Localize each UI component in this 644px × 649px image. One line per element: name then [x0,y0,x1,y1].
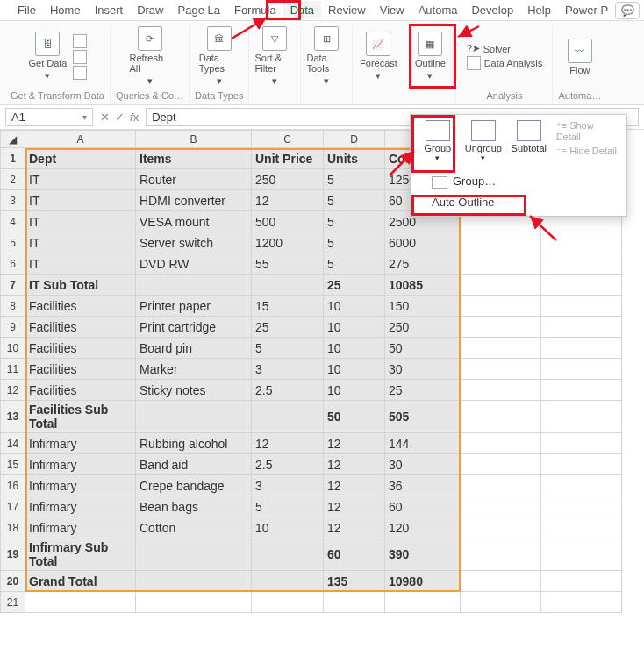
solver-button[interactable]: ?➤ Solver [467,43,543,54]
data-types-button[interactable]: 🏛Data Types▾ [199,26,240,87]
cell[interactable] [541,401,622,433]
cell[interactable] [461,338,541,359]
cell[interactable]: 12 [324,517,385,538]
cell[interactable]: Facilities [25,338,136,359]
cell[interactable]: 25 [385,380,461,401]
cell[interactable]: IT [25,232,136,253]
col-D[interactable]: D [324,131,385,148]
cell[interactable] [461,296,541,317]
tab-insert[interactable]: Insert [88,1,131,19]
cell[interactable]: 135 [324,571,385,592]
ungroup-button[interactable]: Ungroup▾ [465,120,502,162]
cell[interactable]: IT [25,211,136,232]
col-C[interactable]: C [252,131,324,148]
row-header[interactable]: 3 [1,190,25,211]
cell[interactable]: 50 [385,338,461,359]
cell[interactable]: DVD RW [136,253,252,275]
cell[interactable]: Facilities [25,317,136,338]
cell[interactable]: 390 [385,538,461,571]
cell[interactable]: 25 [324,275,385,296]
cell[interactable] [461,433,541,454]
cell[interactable]: 10 [324,338,385,359]
row-header[interactable]: 14 [1,433,25,454]
header-cell[interactable]: Items [136,148,252,169]
cell[interactable]: Rubbing alcohol [136,433,252,454]
row-header[interactable]: 15 [1,454,25,475]
cell[interactable]: Crepe bandage [136,475,252,496]
cell[interactable]: 5 [324,211,385,232]
cell[interactable]: Facilities [25,359,136,380]
cell[interactable] [541,454,622,475]
cell[interactable] [461,571,541,592]
row-header[interactable]: 6 [1,253,25,275]
cell[interactable]: 10 [252,517,324,538]
cell[interactable]: IT [25,190,136,211]
cancel-edit[interactable]: ✕ [100,111,110,124]
row-header[interactable]: 8 [1,296,25,317]
tab-file[interactable]: File [11,1,43,19]
forecast-button[interactable]: 📈Forecast▾ [358,32,398,82]
cell[interactable]: 55 [252,253,324,275]
cell[interactable] [136,275,252,296]
cell[interactable]: VESA mount [136,211,252,232]
cell[interactable] [541,275,622,296]
group-menuitem[interactable]: Group… [411,171,626,192]
col-B[interactable]: B [136,131,252,148]
row-header[interactable]: 1 [1,148,25,169]
cell[interactable]: Facilities [25,380,136,401]
cell[interactable]: 505 [385,401,461,433]
tab-draw[interactable]: Draw [130,1,170,19]
cell[interactable]: 250 [385,317,461,338]
cell[interactable] [136,401,252,433]
cell[interactable]: 12 [324,475,385,496]
cell[interactable] [252,592,324,613]
cell[interactable]: Bean bags [136,496,252,517]
tab-page-layout[interactable]: Page La [171,1,227,19]
cell[interactable]: 36 [385,475,461,496]
hide-detail-button[interactable]: ⁻≡ Hide Detail [556,146,618,157]
cell[interactable]: 250 [252,169,324,190]
tab-developer[interactable]: Develop [464,1,520,19]
header-cell[interactable]: Units [324,148,385,169]
cell[interactable]: 50 [324,401,385,433]
data-analysis-button[interactable]: Data Analysis [467,56,543,70]
auto-outline-menuitem[interactable]: Auto Outline [411,192,626,212]
cell[interactable]: HDMI converter [136,190,252,211]
cell[interactable] [324,592,385,613]
cell[interactable]: 5 [252,338,324,359]
cell[interactable]: 5 [324,190,385,211]
tab-home[interactable]: Home [43,1,88,19]
row-header[interactable]: 18 [1,517,25,538]
row-header[interactable]: 11 [1,359,25,380]
cell[interactable] [461,317,541,338]
cell[interactable] [385,592,461,613]
row-header[interactable]: 10 [1,338,25,359]
cell[interactable]: 10 [324,380,385,401]
cell[interactable] [541,517,622,538]
data-tools-button[interactable]: ⊞Data Tools▾ [306,26,347,87]
cell[interactable]: 12 [324,454,385,475]
tab-view[interactable]: View [373,1,411,19]
cell[interactable]: 10085 [385,275,461,296]
cell[interactable] [461,496,541,517]
cell[interactable] [541,232,622,253]
cell[interactable]: 10 [324,317,385,338]
cell[interactable]: Router [136,169,252,190]
cell[interactable] [252,571,324,592]
cell[interactable]: 12 [252,190,324,211]
cell[interactable]: 30 [385,454,461,475]
cell[interactable]: Infirmary Sub Total [25,538,136,571]
cell[interactable]: 1200 [252,232,324,253]
cell[interactable]: 150 [385,296,461,317]
subtotal-button[interactable]: Subtotal [511,120,547,153]
cell[interactable]: 5 [324,253,385,275]
cell[interactable] [461,517,541,538]
tab-formulas[interactable]: Formula [227,1,283,19]
row-header[interactable]: 16 [1,475,25,496]
cell[interactable]: 5 [324,232,385,253]
cell[interactable]: IT [25,169,136,190]
cell[interactable] [541,359,622,380]
tab-power-pivot[interactable]: Power P [558,1,615,19]
sort-filter-button[interactable]: ▽Sort & Filter▾ [254,26,295,87]
name-box[interactable]: A1▾ [5,108,93,126]
